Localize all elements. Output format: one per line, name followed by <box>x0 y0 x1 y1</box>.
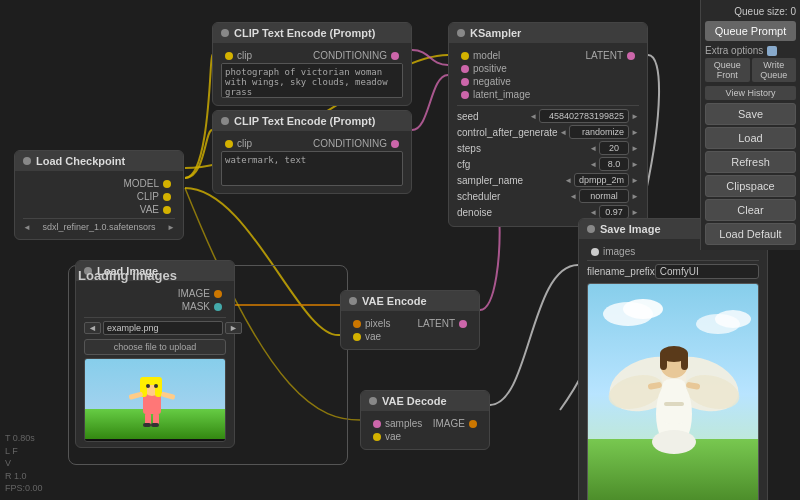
clip2-in-label: clip <box>237 138 252 149</box>
denoise-arrow-r[interactable]: ► <box>631 208 639 217</box>
clear-button[interactable]: Clear <box>705 199 796 221</box>
clip1-out-dot <box>391 52 399 60</box>
load-button[interactable]: Load <box>705 127 796 149</box>
svg-point-8 <box>154 384 158 388</box>
filename-prefix-input[interactable]: ComfyUI <box>655 264 759 279</box>
node-vae-encode-header: VAE Encode <box>341 291 479 311</box>
node-vae-decode-title: VAE Decode <box>382 395 447 407</box>
vae-encode-vae-label: vae <box>365 331 381 342</box>
sub-buttons-row: Queue Front Write Queue <box>705 58 796 82</box>
node-load-image-body: IMAGE MASK ◄ example.png ► choose file t… <box>76 281 234 447</box>
cfg-arrow-r[interactable]: ► <box>631 160 639 169</box>
save-button[interactable]: Save <box>705 103 796 125</box>
scheduler-field: scheduler ◄ normal ► <box>457 189 639 203</box>
node-vae-encode-body: pixels vae LATENT <box>341 311 479 349</box>
node-ksampler-body: model positive negative latent_image <box>449 43 647 226</box>
vae-decode-vae-label: vae <box>385 431 401 442</box>
svg-point-17 <box>623 299 663 319</box>
port-negative-in: negative <box>457 76 530 87</box>
node-save-image: Save Image images filename_prefix ComfyU… <box>578 218 768 500</box>
thumbnail-svg <box>85 359 226 439</box>
node-vae-encode: VAE Encode pixels vae LATENT <box>340 290 480 350</box>
steps-field: steps ◄ 20 ► <box>457 141 639 155</box>
node-checkpoint-title: Load Checkpoint <box>36 155 125 167</box>
image-thumbnail <box>84 358 226 442</box>
cfg-label: cfg <box>457 159 470 170</box>
node-clip1-body: clip CONDITIONING photograph of victoria… <box>213 43 411 105</box>
mask-out-dot <box>214 303 222 311</box>
clip2-out-dot <box>391 140 399 148</box>
ckpt-arrow-left[interactable]: ◄ <box>23 223 31 232</box>
scheduler-val: normal <box>579 189 629 203</box>
load-default-button[interactable]: Load Default <box>705 223 796 245</box>
image-nav-left[interactable]: ◄ <box>84 322 101 334</box>
node-save-image-body: images filename_prefix ComfyUI <box>579 239 767 500</box>
extra-options-checkbox[interactable] <box>767 46 777 56</box>
clip2-in-dot <box>225 140 233 148</box>
cfg-val: 8.0 <box>599 157 629 171</box>
ksampler-latent-label: latent_image <box>473 89 530 100</box>
port-latent-in: latent_image <box>457 89 530 100</box>
upload-button[interactable]: choose file to upload <box>84 339 226 355</box>
scheduler-arrow-r[interactable]: ► <box>631 192 639 201</box>
image-out-label: IMAGE <box>178 288 210 299</box>
cfg-arrow-l[interactable]: ◄ <box>589 160 597 169</box>
stat-fps: FPS:0.00 <box>5 482 43 495</box>
svg-rect-12 <box>151 423 159 427</box>
write-queue-button[interactable]: Write Queue <box>752 58 797 82</box>
vae-encode-vae-dot <box>353 333 361 341</box>
steps-arrow-r[interactable]: ► <box>631 144 639 153</box>
clip2-out-label: CONDITIONING <box>313 138 387 149</box>
vae-encode-out-label: LATENT <box>417 318 455 329</box>
loading-images-label: Loading images <box>78 268 177 283</box>
pixels-label: pixels <box>365 318 391 329</box>
control-after-field: control_after_generate ◄ randomize ► <box>457 125 639 139</box>
clip1-text[interactable]: photograph of victorian woman with wings… <box>221 63 403 98</box>
right-panel: Queue size: 0 Queue Prompt Extra options… <box>700 0 800 250</box>
samples-label: samples <box>385 418 422 429</box>
sampler-arrow-l[interactable]: ◄ <box>564 176 572 185</box>
svg-point-26 <box>652 430 696 454</box>
port-vae-out: VAE <box>23 204 175 215</box>
steps-label: steps <box>457 143 481 154</box>
ckpt-arrow-right[interactable]: ► <box>167 223 175 232</box>
node-ksampler-header: KSampler <box>449 23 647 43</box>
image-out-dot <box>214 290 222 298</box>
queue-prompt-button[interactable]: Queue Prompt <box>705 21 796 41</box>
control-arrow-r[interactable]: ► <box>631 128 639 137</box>
stat-l: L F <box>5 445 43 458</box>
denoise-label: denoise <box>457 207 492 218</box>
ksampler-negative-label: negative <box>473 76 511 87</box>
view-history-button[interactable]: View History <box>705 86 796 100</box>
clip1-out-label: CONDITIONING <box>313 50 387 61</box>
node-checkpoint-body: MODEL CLIP VAE ◄ sdxl_refiner_1.0.safete… <box>15 171 183 239</box>
seed-arrow[interactable]: ◄ <box>529 112 537 121</box>
queue-front-button[interactable]: Queue Front <box>705 58 750 82</box>
ckpt-name-row: ◄ sdxl_refiner_1.0.safetensors ► <box>23 222 175 232</box>
extra-options-row: Extra options <box>705 45 796 56</box>
mask-out-label: MASK <box>182 301 210 312</box>
ksampler-positive-label: positive <box>473 63 507 74</box>
port-vae-encode-vae-in: vae <box>349 331 391 342</box>
port-image-out: IMAGE <box>178 288 226 299</box>
port-samples-in: samples <box>369 418 422 429</box>
seed-arrow-r[interactable]: ► <box>631 112 639 121</box>
clipspace-button[interactable]: Clipspace <box>705 175 796 197</box>
refresh-button[interactable]: Refresh <box>705 151 796 173</box>
sampler-arrow-r[interactable]: ► <box>631 176 639 185</box>
steps-arrow-l[interactable]: ◄ <box>589 144 597 153</box>
node-clip-text-encode-1: CLIP Text Encode (Prompt) clip CONDITION… <box>212 22 412 106</box>
scheduler-arrow-l[interactable]: ◄ <box>569 192 577 201</box>
node-clip1-header: CLIP Text Encode (Prompt) <box>213 23 411 43</box>
node-clip2-header: CLIP Text Encode (Prompt) <box>213 111 411 131</box>
clip2-text[interactable]: watermark, text <box>221 151 403 186</box>
node-dot <box>457 29 465 37</box>
denoise-arrow-l[interactable]: ◄ <box>589 208 597 217</box>
vae-encode-out-dot <box>459 320 467 328</box>
control-arrow-l[interactable]: ◄ <box>559 128 567 137</box>
image-nav-right[interactable]: ► <box>225 322 242 334</box>
node-clip-text-encode-2: CLIP Text Encode (Prompt) clip CONDITION… <box>212 110 412 194</box>
ksampler-out-dot <box>627 52 635 60</box>
image-filename-input[interactable]: example.png <box>103 321 223 335</box>
model-port-dot <box>163 180 171 188</box>
